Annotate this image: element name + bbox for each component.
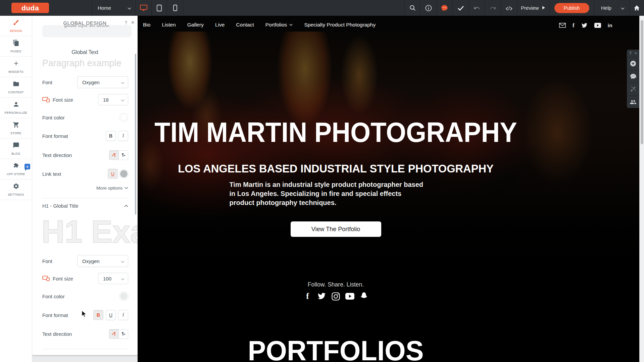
sidebar-item-store[interactable]: STORE bbox=[0, 118, 32, 139]
comments-button[interactable] bbox=[627, 70, 639, 83]
more-options-link[interactable]: More options bbox=[96, 186, 128, 191]
toolbar-help-button[interactable]: ? bbox=[629, 51, 632, 56]
panel-info-note-text: global style set below. bbox=[42, 25, 132, 28]
font-color-label: Font color bbox=[42, 294, 65, 299]
h1-font-size-dropdown[interactable]: 100 bbox=[98, 273, 128, 284]
play-icon bbox=[542, 5, 545, 11]
sidebar-item-personalize[interactable]: PERSONALIZE bbox=[0, 98, 32, 118]
search-button[interactable] bbox=[404, 0, 420, 16]
duda-logo[interactable]: duda bbox=[11, 3, 49, 13]
redo-icon bbox=[490, 5, 496, 11]
site-nav-links: Bio Listen Gallery Live Contact Portfoli… bbox=[143, 16, 376, 32]
h1-rtl-direction-button[interactable]: ¶◂ bbox=[118, 329, 128, 339]
nav-item-listen[interactable]: Listen bbox=[162, 22, 176, 28]
rtl-direction-button[interactable]: ¶◂ bbox=[118, 150, 128, 160]
nav-item-live[interactable]: Live bbox=[215, 22, 225, 28]
text-font-color-swatch[interactable] bbox=[119, 113, 128, 122]
h1-font-dropdown[interactable]: Oxygen bbox=[77, 255, 128, 267]
dev-mode-button[interactable] bbox=[501, 0, 517, 16]
sidebar-item-widgets[interactable]: WIDGETS bbox=[0, 57, 32, 77]
sidebar-label-app-store: APP STORE bbox=[7, 172, 25, 176]
collaborators-button[interactable] bbox=[627, 95, 639, 108]
h1-ltr-direction-button[interactable]: ▸¶ bbox=[109, 329, 119, 339]
done-button[interactable] bbox=[452, 0, 468, 16]
comments-icon bbox=[630, 73, 637, 80]
link-text-row: Link text U bbox=[42, 168, 128, 180]
nav-item-contact[interactable]: Contact bbox=[236, 22, 254, 28]
h1-font-format-row: Font format B U I bbox=[42, 309, 128, 321]
dashboard-home-button[interactable] bbox=[629, 0, 644, 16]
email-icon[interactable] bbox=[559, 23, 566, 28]
toolbar-close-button[interactable]: × bbox=[635, 51, 637, 56]
person-icon bbox=[13, 101, 19, 109]
sidebar-item-blog[interactable]: BLOG bbox=[0, 139, 32, 159]
tablet-icon bbox=[157, 5, 162, 11]
zoom-in-button[interactable] bbox=[627, 57, 639, 70]
snapchat-icon[interactable] bbox=[359, 292, 369, 301]
sidebar-item-content[interactable]: CONTENT bbox=[0, 77, 32, 98]
publish-button[interactable]: Publish bbox=[554, 3, 589, 13]
tablet-view-button[interactable] bbox=[151, 0, 167, 16]
brush-icon bbox=[13, 19, 19, 27]
sidebar-item-settings[interactable]: SETTINGS bbox=[0, 179, 32, 200]
help-label: Help bbox=[601, 5, 611, 11]
twitter-icon[interactable] bbox=[581, 23, 588, 28]
twitter-icon[interactable] bbox=[317, 292, 327, 301]
text-font-dropdown[interactable]: Oxygen bbox=[77, 76, 128, 88]
text-font-size-dropdown[interactable]: 18 bbox=[98, 94, 128, 105]
nav-item-gallery[interactable]: Gallery bbox=[187, 22, 204, 28]
sidebar-label-content: CONTENT bbox=[8, 91, 23, 94]
hero-title[interactable]: TIM MARTIN PHOTOGRAPHY bbox=[56, 118, 615, 146]
sidebar-item-pages[interactable]: PAGES bbox=[0, 36, 32, 57]
global-text-heading: Global Text bbox=[32, 49, 138, 55]
page-selector-dropdown[interactable]: Home bbox=[92, 0, 135, 16]
global-design-panel: GLOBAL DESIGN ? × global style set below… bbox=[32, 16, 138, 355]
h1-italic-button[interactable]: I bbox=[118, 310, 128, 320]
h1-underline-button[interactable]: U bbox=[106, 310, 116, 320]
publish-segment: Publish bbox=[549, 0, 594, 16]
link-color-swatch[interactable] bbox=[119, 169, 128, 178]
view-portfolio-button[interactable]: View The Portfolio bbox=[291, 221, 381, 237]
link-text-label: Link text bbox=[42, 171, 61, 177]
hide-styling-button[interactable] bbox=[627, 83, 639, 95]
h1-font-color-swatch[interactable] bbox=[119, 292, 128, 301]
youtube-icon[interactable] bbox=[594, 23, 601, 28]
undo-button[interactable] bbox=[468, 0, 485, 16]
preview-scrollbar-thumb[interactable] bbox=[641, 20, 643, 144]
facebook-icon[interactable]: f bbox=[303, 292, 312, 301]
bold-button[interactable]: B bbox=[106, 131, 116, 141]
italic-button[interactable]: I bbox=[118, 131, 128, 141]
font-color-label: Font color bbox=[42, 115, 65, 120]
nav-item-portfolios[interactable]: Portfolios bbox=[265, 22, 293, 28]
info-button[interactable] bbox=[420, 0, 436, 16]
linkedin-icon[interactable]: in bbox=[608, 22, 612, 28]
help-dropdown[interactable]: Help bbox=[594, 0, 629, 16]
h1-section-header[interactable]: H1 - Global Title bbox=[42, 203, 128, 209]
instagram-icon[interactable] bbox=[331, 292, 341, 301]
link-underline-button[interactable]: U bbox=[108, 169, 118, 179]
ltr-direction-button[interactable]: ▸¶ bbox=[109, 150, 119, 160]
youtube-icon[interactable] bbox=[345, 292, 355, 301]
desktop-view-button[interactable] bbox=[135, 0, 151, 16]
h1-bold-button[interactable]: B bbox=[93, 310, 103, 320]
preview-button[interactable]: Preview bbox=[517, 0, 549, 16]
hero-description[interactable]: Tim Martin is an industrial style produc… bbox=[230, 180, 424, 207]
feedback-chat-button[interactable] bbox=[436, 0, 452, 16]
mobile-view-button[interactable] bbox=[167, 0, 183, 16]
nav-item-specialty[interactable]: Specialty Product Photography bbox=[304, 22, 376, 28]
panel-close-button[interactable]: × bbox=[131, 19, 135, 26]
text-font-row: Font Oxygen bbox=[42, 76, 128, 88]
panel-help-button[interactable]: ? bbox=[125, 20, 127, 25]
nav-item-bio[interactable]: Bio bbox=[143, 22, 150, 28]
facebook-icon[interactable]: f bbox=[573, 22, 575, 29]
preview-label: Preview bbox=[521, 5, 539, 11]
mobile-icon bbox=[173, 5, 177, 11]
chevron-up-icon bbox=[124, 205, 128, 207]
panel-scrollbar[interactable] bbox=[135, 54, 136, 215]
chevron-down-icon bbox=[128, 5, 131, 11]
preview-scrollbar[interactable] bbox=[639, 16, 644, 362]
sidebar-item-app-store[interactable]: APP STORE ★ bbox=[0, 159, 32, 179]
font-label: Font bbox=[42, 258, 52, 264]
sidebar-item-design[interactable]: DESIGN bbox=[0, 16, 32, 36]
redo-button[interactable] bbox=[485, 0, 501, 16]
